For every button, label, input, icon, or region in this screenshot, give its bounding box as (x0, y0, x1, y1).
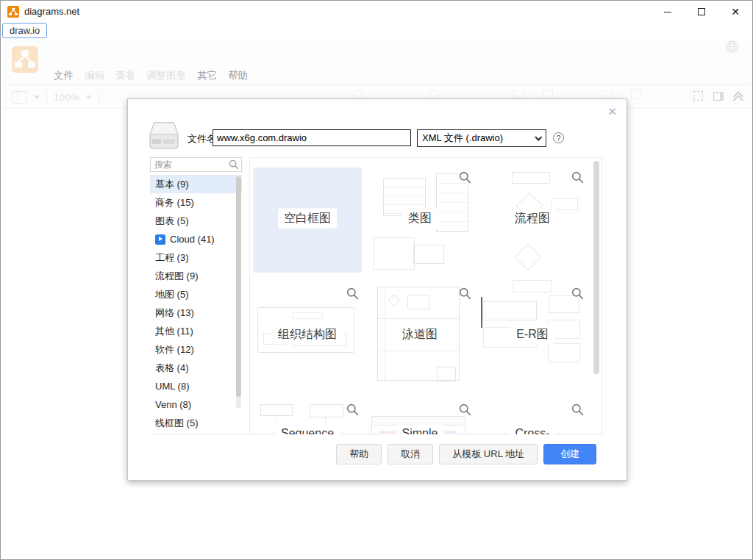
category-item[interactable]: 其他 (11) (150, 322, 242, 340)
category-item[interactable]: 线框图 (5) (150, 414, 242, 432)
zoom-preview-icon[interactable] (459, 287, 471, 300)
zoom-preview-icon[interactable] (571, 287, 584, 300)
menu-item[interactable]: 编辑 (85, 69, 104, 82)
zoom-preview-icon[interactable] (346, 403, 359, 416)
category-item[interactable]: 商务 (15) (150, 193, 242, 212)
close-window-button[interactable]: ✕ (718, 1, 752, 23)
template-tile[interactable]: 组织结构图 (253, 284, 362, 389)
chevron-down-icon (535, 134, 542, 141)
template-grid: 空白框图 类图 流程图 (249, 157, 602, 434)
category-item[interactable]: 地图 (5) (150, 285, 242, 304)
help-button[interactable]: 帮助 (336, 444, 382, 464)
dialog-header: 文件名: XML 文件 (.drawio) ? (128, 99, 627, 151)
template-tile[interactable]: 泳道图 (365, 284, 474, 389)
category-panel: 基本 (9) 商务 (15) 图表 (5) Cloud (41) (150, 157, 242, 434)
menu-item[interactable]: 帮助 (228, 69, 248, 82)
chevron-down-icon (86, 96, 92, 99)
category-item[interactable]: 流程图 (9) (150, 267, 242, 285)
format-selected-value: XML 文件 (.drawio) (422, 132, 503, 143)
template-tile[interactable]: Cross- (478, 400, 587, 434)
tab-drawio[interactable]: draw.io (2, 23, 47, 38)
template-tile[interactable]: 流程图 (478, 168, 587, 273)
category-item[interactable]: UML (8) (150, 377, 242, 395)
zoom-preview-icon[interactable] (571, 171, 584, 184)
help-icon[interactable]: ? (553, 132, 564, 143)
template-label: 空白框图 (278, 208, 337, 228)
template-label: E-R图 (510, 324, 554, 344)
zoom-level[interactable]: 100% (54, 92, 79, 103)
zoom-preview-icon[interactable] (571, 403, 584, 416)
maximize-button[interactable] (685, 1, 718, 23)
menu-item[interactable]: 其它 (197, 69, 217, 82)
drawio-logo-large-icon (12, 46, 38, 73)
template-tile[interactable]: Sequence (253, 400, 362, 434)
drawio-logo-icon (7, 6, 19, 18)
search-input[interactable] (151, 158, 241, 171)
template-label: 组织结构图 (272, 324, 343, 344)
undo-icon[interactable] (513, 90, 524, 98)
filename-input[interactable] (213, 129, 411, 146)
category-item[interactable]: Cloud (41) (150, 230, 242, 248)
globe-icon[interactable] (726, 40, 738, 53)
cloud-play-icon (155, 234, 165, 245)
delete-icon[interactable] (602, 90, 612, 98)
app-window: diagrams.net ✕ draw.io 文件编辑查看调整图形其它帮助 10… (0, 0, 753, 560)
disk-drive-icon (147, 121, 181, 152)
template-tile[interactable]: Simple (365, 400, 474, 434)
new-file-dialog: ✕ 文件名: XML 文件 (.drawio) ? (127, 98, 627, 481)
category-item[interactable]: 基本 (9) (150, 175, 242, 193)
collapse-toolbar-icon[interactable] (734, 93, 743, 100)
template-label: 泳道图 (396, 324, 443, 344)
fill-color-icon[interactable] (631, 90, 641, 98)
redo-icon[interactable] (543, 90, 553, 98)
fullscreen-icon[interactable] (693, 91, 703, 101)
category-item[interactable]: 软件 (12) (150, 340, 242, 359)
template-label: Simple (396, 425, 444, 434)
template-label: Sequence (275, 425, 340, 434)
template-tile[interactable]: 类图 (365, 168, 474, 273)
template-scrollbar (593, 159, 599, 433)
menu-item[interactable]: 文件 (54, 69, 74, 82)
menu-item[interactable]: 调整图形 (146, 69, 186, 82)
chevron-down-icon (34, 96, 40, 99)
menu-bar: 文件编辑查看调整图形其它帮助 (54, 69, 248, 82)
format-panel-icon[interactable] (713, 92, 724, 101)
scrollbar-thumb[interactable] (593, 161, 599, 374)
template-label: 流程图 (509, 208, 556, 228)
dialog-body: 基本 (9) 商务 (15) 图表 (5) Cloud (41) (150, 157, 602, 434)
template-label: Cross- (509, 425, 555, 434)
category-list: 基本 (9) 商务 (15) 图表 (5) Cloud (41) (150, 175, 242, 434)
window-title: diagrams.net (24, 6, 79, 17)
title-bar: diagrams.net ✕ (1, 1, 752, 23)
tab-bar: draw.io (1, 23, 752, 40)
minimize-button[interactable] (651, 1, 685, 23)
from-template-url-button[interactable]: 从模板 URL 地址 (439, 444, 538, 464)
template-tile[interactable]: 空白框图 (253, 168, 362, 273)
category-scrollbar (236, 176, 241, 409)
format-select[interactable]: XML 文件 (.drawio) (417, 129, 546, 147)
zoom-preview-icon[interactable] (459, 171, 471, 184)
category-item[interactable]: Venn (8) (150, 395, 242, 414)
template-tile[interactable]: E-R图 (478, 284, 587, 389)
scrollbar-thumb[interactable] (236, 176, 241, 397)
window-controls: ✕ (651, 1, 752, 23)
template-label: 类图 (402, 208, 438, 228)
dialog-footer: 帮助 取消 从模板 URL 地址 创建 (128, 444, 596, 464)
zoom-preview-icon[interactable] (459, 403, 471, 416)
menu-bar-area: 文件编辑查看调整图形其它帮助 (1, 40, 752, 85)
category-item[interactable]: 表格 (4) (150, 359, 242, 377)
category-item[interactable]: 工程 (3) (150, 248, 242, 267)
zoom-preview-icon[interactable] (346, 287, 359, 300)
create-button[interactable]: 创建 (543, 444, 596, 464)
menu-item[interactable]: 查看 (115, 69, 135, 82)
category-item[interactable]: 图表 (5) (150, 212, 242, 230)
search-icon (229, 159, 239, 173)
cancel-button[interactable]: 取消 (388, 444, 433, 464)
category-item[interactable]: 网络 (13) (150, 304, 242, 322)
search-box (150, 157, 242, 172)
page-view-icon[interactable] (12, 91, 27, 104)
